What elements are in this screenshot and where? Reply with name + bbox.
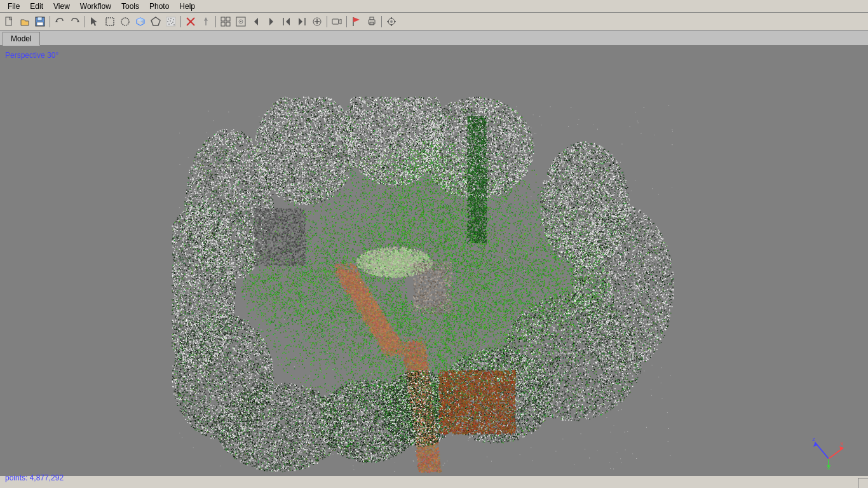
flag-button[interactable] bbox=[349, 15, 363, 29]
toolbar bbox=[0, 13, 868, 30]
svg-rect-31 bbox=[221, 22, 225, 26]
snap-button[interactable] bbox=[234, 15, 248, 29]
open-button[interactable] bbox=[18, 15, 32, 29]
svg-point-18 bbox=[173, 19, 174, 20]
svg-text:X: X bbox=[840, 441, 843, 447]
3d-select-button[interactable] bbox=[133, 15, 147, 29]
svg-rect-50 bbox=[370, 17, 374, 20]
nav-first-button[interactable] bbox=[280, 15, 294, 29]
pin-button[interactable] bbox=[199, 15, 213, 29]
menu-file[interactable]: File bbox=[3, 1, 25, 12]
svg-rect-30 bbox=[226, 17, 230, 21]
separator-6 bbox=[346, 16, 347, 27]
camera-button[interactable] bbox=[330, 15, 344, 29]
polygon-select-button[interactable] bbox=[149, 15, 163, 29]
new-button[interactable] bbox=[3, 15, 17, 29]
svg-rect-3 bbox=[37, 17, 42, 20]
svg-text:Z: Z bbox=[812, 437, 815, 442]
separator-5 bbox=[327, 16, 327, 27]
separator-3 bbox=[180, 16, 181, 27]
rect-select-button[interactable] bbox=[103, 15, 117, 29]
svg-marker-39 bbox=[286, 18, 290, 25]
menu-edit[interactable]: Edit bbox=[25, 1, 48, 12]
svg-marker-72 bbox=[813, 442, 818, 447]
select-tool-button[interactable] bbox=[88, 15, 102, 29]
circle-select-button[interactable] bbox=[118, 15, 132, 29]
svg-marker-5 bbox=[55, 20, 58, 22]
orient-button[interactable] bbox=[384, 15, 398, 29]
svg-point-21 bbox=[172, 22, 173, 23]
menu-view[interactable]: View bbox=[48, 1, 75, 12]
svg-point-16 bbox=[168, 18, 169, 20]
svg-point-20 bbox=[170, 20, 171, 22]
menu-help[interactable]: Help bbox=[174, 1, 200, 12]
svg-marker-41 bbox=[299, 18, 302, 25]
tabbar: Model bbox=[0, 30, 868, 46]
svg-text:Y: Y bbox=[827, 467, 830, 470]
svg-point-24 bbox=[173, 24, 175, 25]
perspective-label: Perspective 30° bbox=[5, 51, 58, 60]
menu-photo[interactable]: Photo bbox=[144, 1, 174, 12]
svg-marker-36 bbox=[254, 18, 258, 25]
axis-indicator: X Z Y bbox=[810, 431, 848, 470]
viewport[interactable]: Perspective 30° bbox=[0, 46, 868, 487]
nav-next-button[interactable] bbox=[264, 15, 278, 29]
statusbar bbox=[0, 475, 868, 488]
tab-model[interactable]: Model bbox=[3, 32, 40, 46]
svg-point-23 bbox=[171, 23, 172, 24]
separator-2 bbox=[85, 16, 85, 27]
separator-7 bbox=[381, 16, 382, 27]
delete-button[interactable] bbox=[184, 15, 198, 29]
points-label: points: 4,877,292 bbox=[5, 473, 64, 482]
save-button[interactable] bbox=[33, 15, 47, 29]
svg-marker-7 bbox=[91, 17, 97, 26]
svg-rect-32 bbox=[226, 22, 230, 26]
svg-marker-48 bbox=[353, 17, 360, 22]
svg-point-17 bbox=[170, 18, 172, 19]
svg-rect-8 bbox=[106, 18, 114, 25]
menubar: File Edit View Workflow Tools Photo Help bbox=[0, 0, 868, 13]
svg-point-35 bbox=[240, 21, 241, 22]
nav-add-button[interactable] bbox=[310, 15, 324, 29]
svg-rect-4 bbox=[37, 22, 43, 25]
nav-last-button[interactable] bbox=[295, 15, 309, 29]
svg-point-9 bbox=[121, 18, 129, 25]
svg-marker-46 bbox=[339, 19, 341, 24]
menu-workflow[interactable]: Workflow bbox=[75, 1, 116, 12]
print-button[interactable] bbox=[365, 15, 379, 29]
svg-point-22 bbox=[168, 24, 170, 25]
pointcloud-button[interactable] bbox=[164, 15, 178, 29]
separator-1 bbox=[50, 16, 50, 27]
svg-marker-6 bbox=[77, 20, 79, 22]
menu-tools[interactable]: Tools bbox=[116, 1, 144, 12]
svg-rect-45 bbox=[332, 19, 339, 24]
svg-point-19 bbox=[167, 21, 168, 22]
svg-rect-29 bbox=[221, 17, 225, 21]
svg-point-57 bbox=[390, 20, 393, 23]
redo-button[interactable] bbox=[68, 15, 82, 29]
svg-marker-37 bbox=[269, 18, 273, 25]
undo-button[interactable] bbox=[53, 15, 67, 29]
resize-handle[interactable] bbox=[858, 478, 868, 488]
separator-4 bbox=[215, 16, 216, 27]
nav-prev-button[interactable] bbox=[249, 15, 263, 29]
grid-toggle-button[interactable] bbox=[219, 15, 233, 29]
pointcloud-canvas bbox=[0, 46, 868, 487]
svg-marker-14 bbox=[151, 17, 160, 25]
